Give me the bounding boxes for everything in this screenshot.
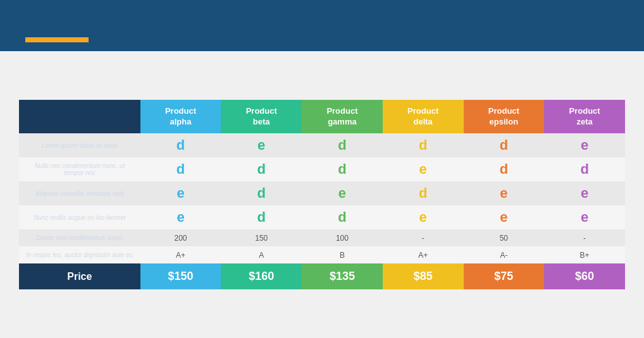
- product-header-1: Productbeta: [221, 100, 302, 134]
- price-value-0: $150: [140, 263, 221, 289]
- price-value-1: $160: [221, 263, 302, 289]
- price-value-4: $75: [464, 263, 545, 289]
- price-value-5: $60: [544, 263, 625, 289]
- table-row: Lorem ipsum dolor sit ametdeddde: [19, 133, 625, 157]
- table-row: Aliquam convallis interdum velitededee: [19, 181, 625, 205]
- value-cell: d: [221, 205, 302, 229]
- value-cell: d: [302, 157, 383, 181]
- value-cell: e: [140, 205, 221, 229]
- value-cell: e: [464, 205, 545, 229]
- page-title: [25, 11, 619, 32]
- header: [0, 0, 644, 51]
- value-cell: d: [140, 133, 221, 157]
- orange-bar: [25, 37, 89, 42]
- value-cell: d: [544, 157, 625, 181]
- value-cell: e: [302, 181, 383, 205]
- feature-label: Donec sed condimentum turpis: [19, 229, 140, 246]
- feature-label: Lorem ipsum dolor sit amet: [19, 133, 140, 157]
- value-cell: d: [221, 157, 302, 181]
- value-cell: e: [544, 181, 625, 205]
- value-cell: -: [544, 229, 625, 246]
- table-row: Nulla nec condimentum nunc, ut tempor ni…: [19, 157, 625, 181]
- price-value-3: $85: [383, 263, 464, 289]
- product-header-2: Productgamma: [302, 100, 383, 134]
- feature-label: Nulla nec condimentum nunc, ut tempor ni…: [19, 157, 140, 181]
- value-cell: e: [383, 157, 464, 181]
- product-header-3: Productdelta: [383, 100, 464, 134]
- price-label: Price: [19, 263, 140, 289]
- value-cell: 200: [140, 229, 221, 246]
- price-value-2: $135: [302, 263, 383, 289]
- value-cell: e: [544, 133, 625, 157]
- content-area: ProductalphaProductbetaProductgammaProdu…: [0, 51, 644, 338]
- table-row: Donec sed condimentum turpis200150100-50…: [19, 229, 625, 246]
- value-cell: B: [302, 246, 383, 263]
- value-cell: d: [383, 133, 464, 157]
- page-wrapper: ProductalphaProductbetaProductgammaProdu…: [0, 0, 644, 338]
- value-cell: A: [221, 246, 302, 263]
- value-cell: e: [544, 205, 625, 229]
- value-cell: 100: [302, 229, 383, 246]
- price-row: Price$150$160$135$85$75$60: [19, 263, 625, 289]
- table-row: Nunc mollis augue eu leo laoreeteddeee: [19, 205, 625, 229]
- comparison-table: ProductalphaProductbetaProductgammaProdu…: [19, 100, 625, 290]
- value-cell: e: [383, 205, 464, 229]
- feature-label: In neque leo, auctor dignissim ante eu: [19, 246, 140, 263]
- value-cell: -: [383, 229, 464, 246]
- value-cell: d: [464, 133, 545, 157]
- value-cell: d: [383, 181, 464, 205]
- product-header-4: Productepsilon: [464, 100, 545, 134]
- table-header-row: ProductalphaProductbetaProductgammaProdu…: [19, 100, 625, 134]
- table-row: In neque leo, auctor dignissim ante euA+…: [19, 246, 625, 263]
- value-cell: d: [221, 181, 302, 205]
- value-cell: d: [302, 133, 383, 157]
- feature-header: [19, 100, 140, 134]
- value-cell: A+: [383, 246, 464, 263]
- value-cell: d: [464, 157, 545, 181]
- value-cell: d: [302, 205, 383, 229]
- value-cell: e: [464, 181, 545, 205]
- value-cell: B+: [544, 246, 625, 263]
- product-header-5: Productzeta: [544, 100, 625, 134]
- value-cell: d: [140, 157, 221, 181]
- value-cell: e: [221, 133, 302, 157]
- feature-label: Aliquam convallis interdum velit: [19, 181, 140, 205]
- feature-label: Nunc mollis augue eu leo laoreet: [19, 205, 140, 229]
- value-cell: 150: [221, 229, 302, 246]
- value-cell: A+: [140, 246, 221, 263]
- product-header-0: Productalpha: [140, 100, 221, 134]
- value-cell: e: [140, 181, 221, 205]
- value-cell: 50: [464, 229, 545, 246]
- value-cell: A-: [464, 246, 545, 263]
